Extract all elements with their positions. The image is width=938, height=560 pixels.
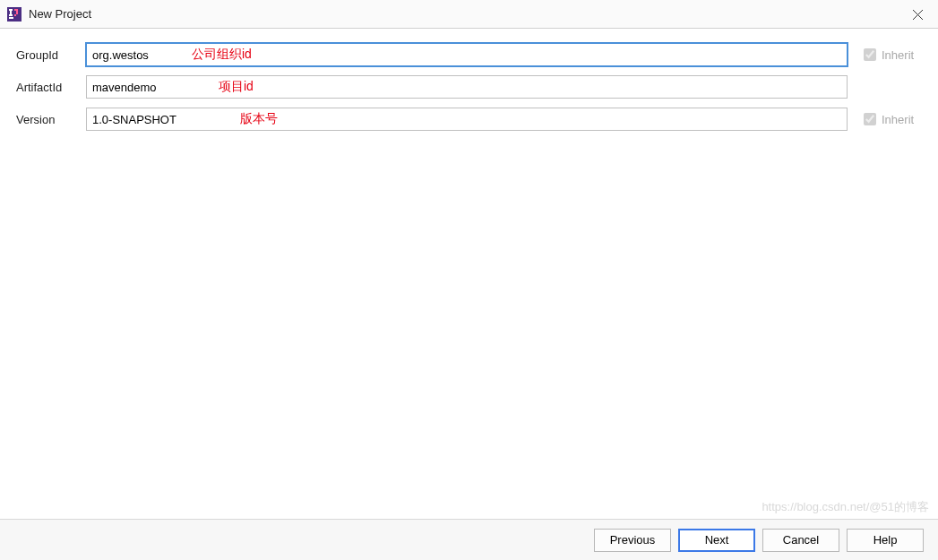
version-inherit[interactable]: Inherit	[864, 113, 914, 126]
close-button[interactable]	[897, 0, 938, 29]
titlebar: New Project	[0, 0, 938, 29]
groupid-input[interactable]	[86, 43, 848, 66]
artifactid-label: ArtifactId	[16, 81, 86, 94]
groupid-inherit[interactable]: Inherit	[864, 48, 914, 62]
groupid-inherit-checkbox[interactable]	[864, 48, 876, 61]
watermark: https://blog.csdn.net/@51的博客	[762, 499, 929, 515]
help-button[interactable]: Help	[847, 529, 924, 552]
footer: Previous Next Cancel Help	[0, 519, 938, 560]
svg-rect-1	[9, 17, 13, 19]
version-row: Version 版本号 Inherit	[16, 108, 922, 131]
version-inherit-label: Inherit	[882, 113, 914, 126]
next-button[interactable]: Next	[678, 529, 755, 552]
version-input[interactable]	[86, 108, 848, 131]
groupid-label: GroupId	[16, 48, 86, 62]
artifactid-row: ArtifactId 项目id	[16, 75, 922, 99]
form-content: GroupId 公司组织id Inherit ArtifactId 项目id V…	[0, 29, 938, 154]
window-title: New Project	[29, 7, 91, 21]
groupid-row: GroupId 公司组织id Inherit	[16, 43, 922, 66]
previous-button[interactable]: Previous	[594, 529, 671, 552]
groupid-inherit-label: Inherit	[882, 48, 914, 62]
version-label: Version	[16, 113, 86, 126]
version-inherit-checkbox[interactable]	[864, 113, 876, 125]
cancel-button[interactable]: Cancel	[762, 529, 839, 552]
intellij-icon	[7, 7, 22, 22]
artifactid-input[interactable]	[86, 75, 848, 99]
close-icon	[913, 10, 923, 20]
